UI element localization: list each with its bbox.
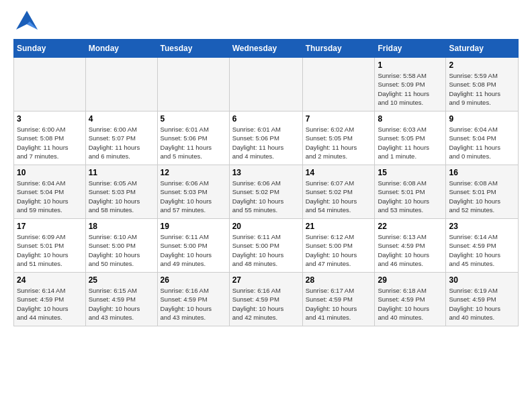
day-number: 6 — [232, 114, 300, 124]
cell-info: Sunrise: 5:58 AM Sunset: 5:09 PM Dayligh… — [378, 71, 443, 107]
day-number: 15 — [378, 168, 443, 177]
weekday-header-thursday: Thursday — [302, 40, 375, 58]
cell-info: Sunrise: 6:01 AM Sunset: 5:06 PM Dayligh… — [232, 125, 300, 161]
calendar-cell: 18Sunrise: 6:10 AM Sunset: 5:00 PM Dayli… — [85, 219, 157, 273]
calendar-cell: 2Sunrise: 5:59 AM Sunset: 5:08 PM Daylig… — [446, 58, 519, 111]
day-number: 24 — [17, 275, 83, 285]
day-number: 7 — [306, 114, 372, 124]
weekday-header-wednesday: Wednesday — [229, 40, 302, 58]
calendar-cell: 3Sunrise: 6:00 AM Sunset: 5:08 PM Daylig… — [14, 111, 86, 165]
weekday-header-sunday: Sunday — [14, 40, 86, 58]
cell-info: Sunrise: 6:19 AM Sunset: 4:59 PM Dayligh… — [449, 286, 515, 322]
cell-info: Sunrise: 6:00 AM Sunset: 5:07 PM Dayligh… — [89, 125, 154, 161]
day-number: 30 — [449, 275, 515, 285]
calendar-cell: 20Sunrise: 6:11 AM Sunset: 5:00 PM Dayli… — [229, 219, 302, 273]
day-number: 4 — [89, 114, 154, 124]
calendar-cell: 4Sunrise: 6:00 AM Sunset: 5:07 PM Daylig… — [85, 111, 157, 165]
day-number: 13 — [232, 168, 300, 177]
calendar-cell: 17Sunrise: 6:09 AM Sunset: 5:01 PM Dayli… — [14, 219, 86, 273]
calendar-cell: 8Sunrise: 6:03 AM Sunset: 5:05 PM Daylig… — [375, 111, 446, 165]
calendar-cell — [157, 58, 229, 111]
calendar-cell: 10Sunrise: 6:04 AM Sunset: 5:04 PM Dayli… — [14, 165, 86, 219]
day-number: 18 — [89, 222, 154, 231]
day-number: 27 — [232, 275, 300, 285]
calendar-cell: 15Sunrise: 6:08 AM Sunset: 5:01 PM Dayli… — [375, 165, 446, 219]
calendar-cell — [302, 58, 375, 111]
weekday-header-saturday: Saturday — [446, 40, 519, 58]
weekday-header-tuesday: Tuesday — [157, 40, 229, 58]
calendar-cell: 16Sunrise: 6:08 AM Sunset: 5:01 PM Dayli… — [446, 165, 519, 219]
week-row-2: 3Sunrise: 6:00 AM Sunset: 5:08 PM Daylig… — [14, 111, 519, 165]
calendar-cell: 12Sunrise: 6:06 AM Sunset: 5:03 PM Dayli… — [157, 165, 229, 219]
day-number: 29 — [378, 275, 443, 285]
day-number: 19 — [161, 222, 226, 231]
day-number: 10 — [17, 168, 83, 177]
cell-info: Sunrise: 6:10 AM Sunset: 5:00 PM Dayligh… — [89, 232, 154, 268]
calendar-cell: 6Sunrise: 6:01 AM Sunset: 5:06 PM Daylig… — [229, 111, 302, 165]
calendar-cell: 25Sunrise: 6:15 AM Sunset: 4:59 PM Dayli… — [85, 273, 157, 326]
day-number: 2 — [449, 60, 515, 70]
day-number: 23 — [449, 222, 515, 231]
cell-info: Sunrise: 6:11 AM Sunset: 5:00 PM Dayligh… — [161, 232, 226, 268]
weekday-header-row: SundayMondayTuesdayWednesdayThursdayFrid… — [14, 40, 519, 58]
day-number: 3 — [17, 114, 83, 124]
day-number: 12 — [161, 168, 226, 177]
cell-info: Sunrise: 6:01 AM Sunset: 5:06 PM Dayligh… — [161, 125, 226, 161]
cell-info: Sunrise: 6:04 AM Sunset: 5:04 PM Dayligh… — [449, 125, 515, 161]
cell-info: Sunrise: 6:07 AM Sunset: 5:02 PM Dayligh… — [306, 179, 372, 214]
calendar-cell: 28Sunrise: 6:17 AM Sunset: 4:59 PM Dayli… — [302, 273, 375, 326]
cell-info: Sunrise: 6:14 AM Sunset: 4:59 PM Dayligh… — [17, 286, 83, 322]
calendar-cell: 30Sunrise: 6:19 AM Sunset: 4:59 PM Dayli… — [446, 273, 519, 326]
week-row-5: 24Sunrise: 6:14 AM Sunset: 4:59 PM Dayli… — [14, 273, 519, 326]
calendar-cell: 29Sunrise: 6:18 AM Sunset: 4:59 PM Dayli… — [375, 273, 446, 326]
cell-info: Sunrise: 6:16 AM Sunset: 4:59 PM Dayligh… — [232, 286, 300, 322]
calendar-cell: 24Sunrise: 6:14 AM Sunset: 4:59 PM Dayli… — [14, 273, 86, 326]
day-number: 28 — [306, 275, 372, 285]
calendar-cell: 14Sunrise: 6:07 AM Sunset: 5:02 PM Dayli… — [302, 165, 375, 219]
day-number: 5 — [161, 114, 226, 124]
day-number: 16 — [449, 168, 515, 177]
calendar-cell — [229, 58, 302, 111]
cell-info: Sunrise: 6:08 AM Sunset: 5:01 PM Dayligh… — [449, 179, 515, 214]
header — [13, 13, 519, 32]
page: SundayMondayTuesdayWednesdayThursdayFrid… — [0, 0, 532, 333]
day-number: 11 — [89, 168, 154, 177]
calendar-cell: 26Sunrise: 6:16 AM Sunset: 4:59 PM Dayli… — [157, 273, 229, 326]
calendar-cell: 21Sunrise: 6:12 AM Sunset: 5:00 PM Dayli… — [302, 219, 375, 273]
cell-info: Sunrise: 6:08 AM Sunset: 5:01 PM Dayligh… — [378, 179, 443, 214]
day-number: 17 — [17, 222, 83, 231]
calendar-cell: 7Sunrise: 6:02 AM Sunset: 5:05 PM Daylig… — [302, 111, 375, 165]
calendar-cell: 5Sunrise: 6:01 AM Sunset: 5:06 PM Daylig… — [157, 111, 229, 165]
cell-info: Sunrise: 6:04 AM Sunset: 5:04 PM Dayligh… — [17, 179, 83, 214]
cell-info: Sunrise: 6:09 AM Sunset: 5:01 PM Dayligh… — [17, 232, 83, 268]
day-number: 9 — [449, 114, 515, 124]
cell-info: Sunrise: 6:06 AM Sunset: 5:02 PM Dayligh… — [232, 179, 300, 214]
day-number: 20 — [232, 222, 300, 231]
logo — [13, 13, 38, 32]
cell-info: Sunrise: 6:14 AM Sunset: 4:59 PM Dayligh… — [449, 232, 515, 268]
weekday-header-monday: Monday — [85, 40, 157, 58]
calendar-cell: 1Sunrise: 5:58 AM Sunset: 5:09 PM Daylig… — [375, 58, 446, 111]
calendar-cell: 13Sunrise: 6:06 AM Sunset: 5:02 PM Dayli… — [229, 165, 302, 219]
day-number: 14 — [306, 168, 372, 177]
calendar-cell: 11Sunrise: 6:05 AM Sunset: 5:03 PM Dayli… — [85, 165, 157, 219]
cell-info: Sunrise: 6:15 AM Sunset: 4:59 PM Dayligh… — [89, 286, 154, 322]
logo-bird-icon — [16, 11, 38, 32]
cell-info: Sunrise: 6:05 AM Sunset: 5:03 PM Dayligh… — [89, 179, 154, 214]
day-number: 21 — [306, 222, 372, 231]
cell-info: Sunrise: 6:03 AM Sunset: 5:05 PM Dayligh… — [378, 125, 443, 161]
day-number: 22 — [378, 222, 443, 231]
calendar-cell: 27Sunrise: 6:16 AM Sunset: 4:59 PM Dayli… — [229, 273, 302, 326]
day-number: 26 — [161, 275, 226, 285]
calendar-cell: 9Sunrise: 6:04 AM Sunset: 5:04 PM Daylig… — [446, 111, 519, 165]
week-row-3: 10Sunrise: 6:04 AM Sunset: 5:04 PM Dayli… — [14, 165, 519, 219]
day-number: 1 — [378, 60, 443, 70]
cell-info: Sunrise: 6:16 AM Sunset: 4:59 PM Dayligh… — [161, 286, 226, 322]
calendar-cell: 19Sunrise: 6:11 AM Sunset: 5:00 PM Dayli… — [157, 219, 229, 273]
cell-info: Sunrise: 6:12 AM Sunset: 5:00 PM Dayligh… — [306, 232, 372, 268]
cell-info: Sunrise: 6:06 AM Sunset: 5:03 PM Dayligh… — [161, 179, 226, 214]
cell-info: Sunrise: 6:11 AM Sunset: 5:00 PM Dayligh… — [232, 232, 300, 268]
cell-info: Sunrise: 6:00 AM Sunset: 5:08 PM Dayligh… — [17, 125, 83, 161]
cell-info: Sunrise: 6:17 AM Sunset: 4:59 PM Dayligh… — [306, 286, 372, 322]
calendar-cell: 23Sunrise: 6:14 AM Sunset: 4:59 PM Dayli… — [446, 219, 519, 273]
